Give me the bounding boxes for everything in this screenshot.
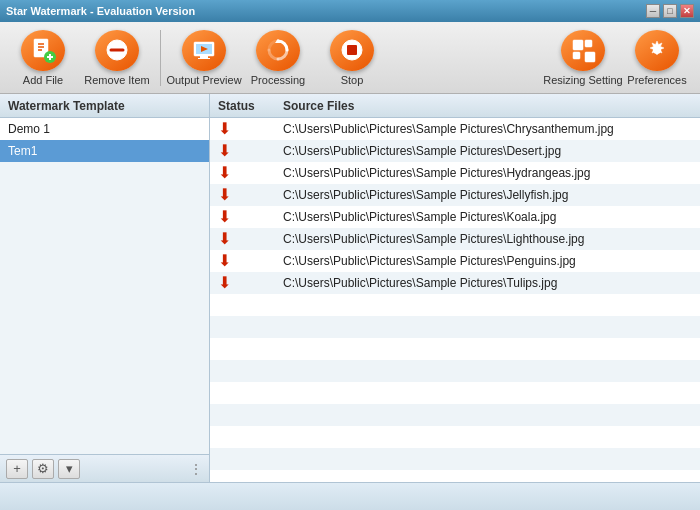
- maximize-button[interactable]: □: [663, 4, 677, 18]
- file-path-4: C:\Users\Public\Pictures\Sample Pictures…: [283, 210, 692, 224]
- add-file-icon: [21, 30, 65, 71]
- file-row[interactable]: ⬇ C:\Users\Public\Pictures\Sample Pictur…: [210, 184, 700, 206]
- template-item-empty-9: [0, 338, 209, 360]
- output-preview-icon: [182, 30, 226, 71]
- template-item-empty-7: [0, 294, 209, 316]
- stop-label: Stop: [341, 74, 364, 86]
- template-item-empty-2: [0, 184, 209, 206]
- output-preview-label: Output Preview: [166, 74, 241, 86]
- template-item-empty-13: [0, 426, 209, 448]
- file-row[interactable]: ⬇ C:\Users\Public\Pictures\Sample Pictur…: [210, 206, 700, 228]
- file-status-5: ⬇: [218, 231, 283, 247]
- svg-rect-12: [200, 56, 208, 58]
- file-row-empty: [210, 448, 700, 470]
- status-bar: [0, 482, 700, 510]
- file-table-header: Status Source Files: [210, 94, 700, 118]
- svg-rect-20: [585, 52, 595, 62]
- file-status-2: ⬇: [218, 165, 283, 181]
- file-row[interactable]: ⬇ C:\Users\Public\Pictures\Sample Pictur…: [210, 118, 700, 140]
- resizing-setting-icon: [561, 30, 605, 71]
- title-bar: Star Watermark - Evaluation Version ─ □ …: [0, 0, 700, 22]
- preferences-icon: [635, 30, 679, 71]
- resize-handle[interactable]: ⋮: [189, 461, 203, 477]
- file-row[interactable]: ⬇ C:\Users\Public\Pictures\Sample Pictur…: [210, 272, 700, 294]
- remove-item-label: Remove Item: [84, 74, 149, 86]
- source-column-header: Source Files: [283, 99, 692, 113]
- down-arrow-icon-6: ⬇: [218, 253, 231, 269]
- left-panel-toolbar: + ⚙ ▾ ⋮: [0, 454, 209, 482]
- svg-rect-13: [198, 58, 210, 59]
- file-row[interactable]: ⬇ C:\Users\Public\Pictures\Sample Pictur…: [210, 250, 700, 272]
- resizing-setting-button[interactable]: Resizing Setting: [548, 26, 618, 90]
- template-list: Demo 1 Tem1: [0, 118, 209, 454]
- file-row-empty: [210, 294, 700, 316]
- file-path-7: C:\Users\Public\Pictures\Sample Pictures…: [283, 276, 692, 290]
- file-row-empty: [210, 382, 700, 404]
- file-status-1: ⬇: [218, 143, 283, 159]
- add-file-label: Add File: [23, 74, 63, 86]
- file-path-1: C:\Users\Public\Pictures\Sample Pictures…: [283, 144, 692, 158]
- toolbar-separator-1: [160, 30, 161, 86]
- watermark-template-header: Watermark Template: [0, 94, 209, 118]
- preferences-button[interactable]: Preferences: [622, 26, 692, 90]
- output-preview-button[interactable]: Output Preview: [169, 26, 239, 90]
- close-button[interactable]: ✕: [680, 4, 694, 18]
- template-item-empty-8: [0, 316, 209, 338]
- down-arrow-icon-7: ⬇: [218, 275, 231, 291]
- down-arrow-icon-0: ⬇: [218, 121, 231, 137]
- left-panel: Watermark Template Demo 1 Tem1: [0, 94, 210, 482]
- file-path-0: C:\Users\Public\Pictures\Sample Pictures…: [283, 122, 692, 136]
- file-status-7: ⬇: [218, 275, 283, 291]
- file-row[interactable]: ⬇ C:\Users\Public\Pictures\Sample Pictur…: [210, 228, 700, 250]
- file-row[interactable]: ⬇ C:\Users\Public\Pictures\Sample Pictur…: [210, 140, 700, 162]
- svg-rect-19: [585, 40, 592, 47]
- file-row[interactable]: ⬇ C:\Users\Public\Pictures\Sample Pictur…: [210, 162, 700, 184]
- file-path-3: C:\Users\Public\Pictures\Sample Pictures…: [283, 188, 692, 202]
- file-status-6: ⬇: [218, 253, 283, 269]
- template-item-empty-6: [0, 272, 209, 294]
- file-list: ⬇ C:\Users\Public\Pictures\Sample Pictur…: [210, 118, 700, 482]
- template-item-empty-11: [0, 382, 209, 404]
- app-title: Star Watermark - Evaluation Version: [6, 5, 195, 17]
- file-path-2: C:\Users\Public\Pictures\Sample Pictures…: [283, 166, 692, 180]
- remove-template-button[interactable]: ▾: [58, 459, 80, 479]
- stop-button[interactable]: Stop: [317, 26, 387, 90]
- down-arrow-icon-5: ⬇: [218, 231, 231, 247]
- template-item-empty-3: [0, 206, 209, 228]
- add-file-button[interactable]: Add File: [8, 26, 78, 90]
- file-row-empty: [210, 404, 700, 426]
- file-status-3: ⬇: [218, 187, 283, 203]
- add-template-button[interactable]: +: [6, 459, 28, 479]
- settings-template-button[interactable]: ⚙: [32, 459, 54, 479]
- processing-icon: [256, 30, 300, 71]
- template-item-tem1[interactable]: Tem1: [0, 140, 209, 162]
- file-path-6: C:\Users\Public\Pictures\Sample Pictures…: [283, 254, 692, 268]
- minimize-button[interactable]: ─: [646, 4, 660, 18]
- template-item-empty-5: [0, 250, 209, 272]
- processing-button[interactable]: Processing: [243, 26, 313, 90]
- file-status-4: ⬇: [218, 209, 283, 225]
- right-panel: Status Source Files ⬇ C:\Users\Public\Pi…: [210, 94, 700, 482]
- remove-item-button[interactable]: Remove Item: [82, 26, 152, 90]
- down-arrow-icon-2: ⬇: [218, 165, 231, 181]
- svg-rect-17: [573, 40, 583, 50]
- template-item-empty-12: [0, 404, 209, 426]
- stop-icon: [330, 30, 374, 71]
- template-item-demo1[interactable]: Demo 1: [0, 118, 209, 140]
- main-toolbar: Add File Remove Item Output Preview: [0, 22, 700, 94]
- file-row-empty: [210, 338, 700, 360]
- template-item-empty-1: [0, 162, 209, 184]
- file-row-empty: [210, 360, 700, 382]
- svg-rect-18: [573, 52, 580, 59]
- file-row-empty: [210, 316, 700, 338]
- template-item-empty-4: [0, 228, 209, 250]
- preferences-label: Preferences: [627, 74, 686, 86]
- resizing-setting-label: Resizing Setting: [543, 74, 623, 86]
- down-arrow-icon-4: ⬇: [218, 209, 231, 225]
- file-path-5: C:\Users\Public\Pictures\Sample Pictures…: [283, 232, 692, 246]
- down-arrow-icon-1: ⬇: [218, 143, 231, 159]
- processing-label: Processing: [251, 74, 305, 86]
- svg-rect-16: [347, 45, 357, 55]
- down-arrow-icon-3: ⬇: [218, 187, 231, 203]
- window-controls: ─ □ ✕: [646, 4, 694, 18]
